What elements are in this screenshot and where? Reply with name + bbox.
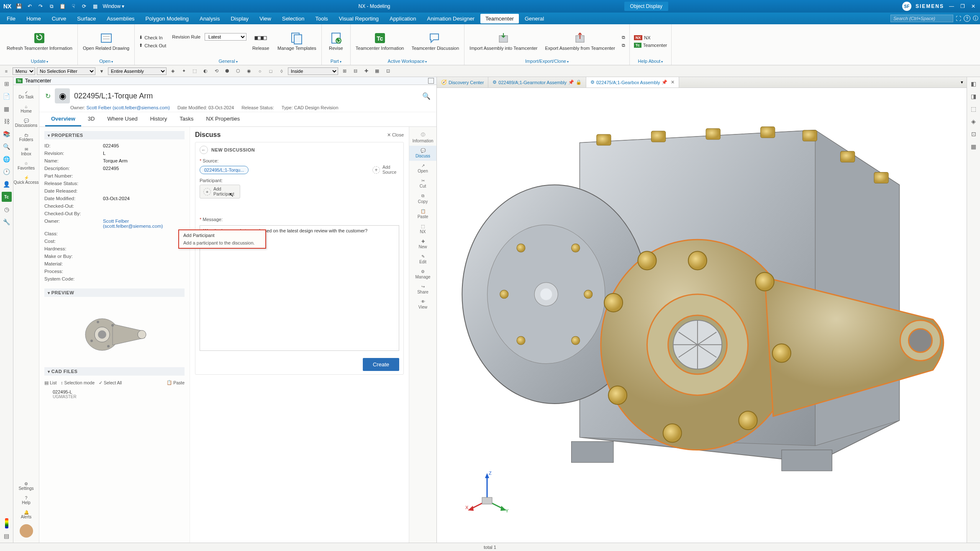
import-assembly-button[interactable]: Import Assembly into Teamcenter (467, 31, 540, 52)
refresh-teamcenter-button[interactable]: Refresh Teamcenter Information (4, 31, 75, 52)
menu-view[interactable]: View (254, 14, 276, 23)
qb-icon-7[interactable]: ⬡ (233, 67, 243, 76)
rail-browser-icon[interactable]: 🌐 (2, 154, 12, 164)
cad-files-heading[interactable]: CAD FILES (44, 367, 185, 376)
revise-button[interactable]: Revise (324, 31, 348, 52)
ribbon-group-open[interactable]: Open▾ (80, 58, 132, 64)
action-edit[interactable]: ✎Edit (409, 252, 436, 267)
rr-icon-4[interactable]: ◈ (969, 116, 979, 126)
menu-visual-reporting[interactable]: Visual Reporting (334, 14, 384, 23)
manage-templates-button[interactable]: Manage Templates (275, 31, 319, 52)
source-chip[interactable]: 022495/L;1-Torqu... (200, 166, 249, 174)
menu-curve[interactable]: Curve (47, 14, 72, 23)
qb-icon-1[interactable]: ◈ (168, 67, 177, 76)
qb-icon-16[interactable]: ⊡ (383, 67, 393, 76)
cad-file-row[interactable]: 022495-L UGMASTER (44, 387, 185, 402)
ribbon-group-part[interactable]: Part▾ (324, 58, 348, 64)
menu-file[interactable]: File (2, 14, 21, 23)
create-button[interactable]: Create (363, 358, 399, 371)
qb-icon-11[interactable]: ◊ (277, 67, 286, 76)
menu-display[interactable]: Display (226, 14, 254, 23)
cad-paste-button[interactable]: 📋 Paste (167, 380, 185, 385)
nav-home[interactable]: ⌂Home (13, 103, 39, 115)
action-new[interactable]: ✚New (409, 237, 436, 252)
menu-polygon[interactable]: Polygon Modeling (141, 14, 194, 23)
qb-icon-15[interactable]: ▦ (372, 67, 382, 76)
menu-application[interactable]: Application (385, 14, 421, 23)
windows-icon[interactable]: ▦ (92, 3, 98, 10)
rr-icon-1[interactable]: ◧ (969, 79, 979, 89)
ribbon-group-general[interactable]: General▾ (137, 58, 319, 64)
help-icon[interactable]: ? (964, 15, 970, 22)
menu-teamcenter[interactable]: Teamcenter (480, 14, 519, 23)
qb-icon-9[interactable]: ○ (255, 67, 264, 76)
tab-where-used[interactable]: Where Used (101, 112, 143, 126)
cad-list-button[interactable]: ▤ List (44, 380, 56, 385)
inside-dropdown[interactable]: Inside (288, 67, 338, 75)
ribbon-group-help[interactable]: Help About▾ (632, 58, 669, 64)
view-triad[interactable]: Z X Y (462, 467, 512, 518)
rail-hd3d-icon[interactable]: 🔍 (2, 142, 12, 152)
nav-discussions[interactable]: 💬Discussions (13, 117, 39, 129)
filter-icon[interactable]: ▼ (97, 67, 106, 76)
menu-assemblies[interactable]: Assemblies (102, 14, 139, 23)
preview-heading[interactable]: PREVIEW (44, 288, 185, 297)
action-information[interactable]: ⓘInformation (409, 129, 436, 146)
touch-icon[interactable]: ☟ (70, 3, 77, 10)
action-discuss[interactable]: 💬Discuss (409, 146, 436, 161)
rail-history-icon[interactable]: 🕐 (2, 167, 12, 177)
tab-tasks[interactable]: Tasks (174, 112, 199, 126)
qb-icon-13[interactable]: ⊟ (351, 67, 360, 76)
rail-roles-icon[interactable]: 👤 (2, 179, 12, 189)
panel-maximize-icon[interactable] (428, 78, 434, 84)
rr-icon-5[interactable]: ⊡ (969, 129, 979, 139)
menu-surface[interactable]: Surface (72, 14, 101, 23)
revision-rule-select[interactable]: Latest (205, 33, 246, 41)
close-icon[interactable]: ✕ (970, 3, 977, 10)
action-view[interactable]: 👁View (409, 297, 436, 312)
qb-icon-4[interactable]: ◐ (201, 67, 210, 76)
qb-icon-14[interactable]: ✚ (362, 67, 371, 76)
copy-icon[interactable]: ⧉ (48, 3, 55, 10)
teamcenter-info-button[interactable]: Tc Teamcenter Information (353, 31, 407, 52)
qb-icon-2[interactable]: ✦ (179, 67, 188, 76)
search-icon[interactable]: 🔍 (422, 92, 431, 100)
teamcenter-discussion-button[interactable]: Teamcenter Discussion (409, 31, 462, 52)
pin-icon[interactable]: 📌 (662, 80, 667, 85)
repeat-icon[interactable]: ⟳ (81, 3, 87, 10)
rr-icon-3[interactable]: ⬚ (969, 104, 979, 114)
action-manage[interactable]: ⚙Manage (409, 267, 436, 282)
rail-assembly-icon[interactable]: ▦ (2, 104, 12, 114)
minimize-icon[interactable]: — (948, 3, 955, 10)
owner-link[interactable]: Scott Felber (scott.felber@siemens.com) (87, 105, 170, 110)
undo-icon[interactable]: ↶ (26, 3, 33, 10)
object-display-tab[interactable]: Object Display (624, 2, 668, 11)
nav-folders[interactable]: 🗀Folders (13, 131, 39, 144)
nav-inbox[interactable]: ✉Inbox (13, 145, 39, 158)
action-copy[interactable]: ⧉Copy (409, 191, 436, 206)
qb-icon-5[interactable]: ⟲ (212, 67, 221, 76)
nav-favorites[interactable]: ☆Favorites (13, 160, 39, 172)
properties-heading[interactable]: PROPERTIES (44, 131, 185, 139)
qb-icon-6[interactable]: ⬢ (223, 67, 232, 76)
rail-part-icon[interactable]: 📄 (2, 91, 12, 101)
qb-icon-8[interactable]: ◉ (244, 67, 254, 76)
info-icon[interactable]: ⓘ (973, 15, 978, 22)
tab-3d[interactable]: 3D (82, 112, 101, 126)
ribbon-group-active-workspace[interactable]: Active Workspace▾ (353, 58, 462, 64)
tab-history[interactable]: History (144, 112, 173, 126)
redo-icon[interactable]: ↷ (37, 3, 44, 10)
nav-alerts[interactable]: 🔔Alerts (13, 508, 39, 521)
rail-reuse-icon[interactable]: 📚 (2, 129, 12, 139)
action-cut[interactable]: ✂Cut (409, 176, 436, 191)
add-participant-button[interactable]: + Add Participant (200, 185, 240, 198)
check-out-button[interactable]: ⬆Check Out (137, 42, 168, 49)
3d-graphics-area[interactable]: Z X Y (437, 88, 967, 543)
rr-icon-6[interactable]: ▦ (969, 142, 979, 152)
release-button[interactable]: Release (249, 31, 272, 52)
selection-filter-dropdown[interactable]: No Selection Filter (37, 67, 95, 75)
action-open[interactable]: ↗Open (409, 161, 436, 176)
open-related-drawing-button[interactable]: Open Related Drawing (80, 31, 132, 52)
menu-dropdown[interactable]: Menu (13, 67, 35, 75)
export-assembly-button[interactable]: Export Assembly from Teamcenter (543, 31, 618, 52)
